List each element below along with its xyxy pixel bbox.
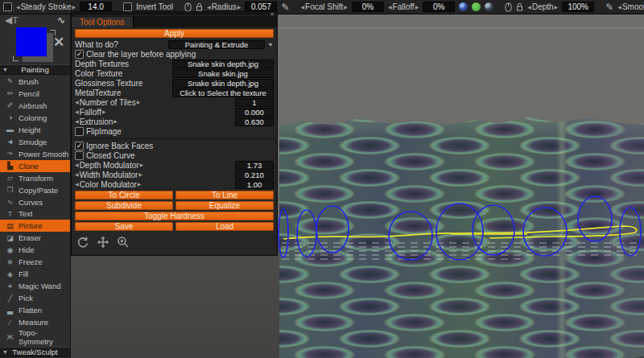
- falloff-spinner[interactable]: ◀ Falloff ▶: [388, 2, 419, 11]
- decrement-arrow-icon[interactable]: ◀: [75, 163, 79, 167]
- move-icon[interactable]: [96, 236, 110, 249]
- increment-arrow-icon[interactable]: ▶: [140, 163, 144, 167]
- decrement-arrow-icon[interactable]: ◀: [75, 172, 79, 177]
- pen-pressure-icon[interactable]: ✎: [281, 2, 289, 12]
- sidebar-item-magic-wand[interactable]: ✶ Magic Wand: [0, 280, 70, 292]
- clear-color-icon[interactable]: ✕: [53, 35, 64, 49]
- curve-control-ellipse[interactable]: [473, 205, 514, 255]
- mouse-icon[interactable]: [505, 2, 512, 12]
- sidebar-item-measure[interactable]: ∕ Measure: [0, 316, 70, 328]
- sidebar-item-power-smooth[interactable]: ✑ Power Smooth: [0, 148, 70, 160]
- sidebar-item-copy-paste[interactable]: ❐ Copy/Paste: [0, 184, 70, 196]
- curve-control-ellipse[interactable]: [436, 204, 483, 260]
- decrement-arrow-icon[interactable]: ◀: [75, 182, 79, 187]
- sidebar-item-height[interactable]: ▬ Height: [0, 124, 70, 136]
- close-icon[interactable]: ✕: [270, 11, 275, 17]
- sidebar-item-smudge[interactable]: ◄ Smudge: [0, 136, 70, 148]
- falloff-flat-icon[interactable]: [472, 2, 481, 11]
- to-circle-button[interactable]: To Circle: [75, 191, 173, 200]
- nav-back-icon[interactable]: ◀T: [5, 14, 19, 27]
- curve-control-ellipse[interactable]: [297, 210, 316, 257]
- decrement-arrow-icon[interactable]: ◀: [75, 119, 79, 124]
- focal-shift-spinner[interactable]: ◀ Focal Shift ▶: [300, 2, 348, 11]
- collapse-triangle-icon[interactable]: ▼: [2, 349, 8, 355]
- sidebar-item-hide[interactable]: ◉ Hide: [0, 244, 70, 256]
- depth-modulator-value[interactable]: 1.73: [235, 161, 274, 170]
- sidebar-item-transform[interactable]: ▱ Transform: [0, 172, 70, 184]
- increment-arrow-icon[interactable]: ▶: [415, 5, 419, 10]
- equalize-button[interactable]: Equalize: [175, 201, 274, 210]
- sidebar-item-eraser[interactable]: ◪ Eraser: [0, 232, 70, 244]
- closed-curve-checkbox[interactable]: ✓: [75, 151, 84, 160]
- to-line-button[interactable]: To Line: [175, 191, 274, 200]
- sidebar-item-picture[interactable]: ▤ Picture: [0, 220, 70, 232]
- primary-color-swatch[interactable]: [16, 27, 47, 56]
- increment-arrow-icon[interactable]: ▶: [138, 172, 142, 177]
- reset-rotation-icon[interactable]: [76, 236, 89, 249]
- sidebar-item-brush[interactable]: ✎ Brush: [0, 76, 70, 88]
- ignore-back-faces-checkbox[interactable]: ✓: [75, 142, 84, 150]
- what-to-do-dropdown[interactable]: Painting & Extrude: [168, 40, 265, 49]
- collapse-triangle-icon[interactable]: ▼: [2, 67, 8, 72]
- smoothing-spinner[interactable]: ◀ Smoothing ▶: [617, 2, 644, 11]
- decrement-arrow-icon[interactable]: ◀: [75, 100, 79, 105]
- swap-colors-icon[interactable]: [13, 56, 19, 61]
- color-modulator-value[interactable]: 1.00: [235, 180, 274, 189]
- increment-arrow-icon[interactable]: ▶: [237, 5, 242, 10]
- decrement-arrow-icon[interactable]: ◀: [207, 5, 211, 10]
- increment-arrow-icon[interactable]: ▶: [138, 182, 142, 187]
- mouse-icon[interactable]: [184, 2, 192, 12]
- falloff-value[interactable]: 0.000: [235, 108, 274, 117]
- color-texture-button[interactable]: Snake skin.jpg: [172, 69, 274, 78]
- extrusion-value[interactable]: 0.630: [235, 117, 274, 126]
- curve-control-ellipse[interactable]: [316, 206, 349, 253]
- sidebar-item-airbrush[interactable]: ✐ Airbrush: [0, 100, 70, 112]
- sidebar-item-curves[interactable]: ∿ Curves: [0, 196, 70, 208]
- steady-stroke-checkbox[interactable]: ✓: [3, 2, 12, 11]
- depth-spinner[interactable]: ◀ Depth ▶: [527, 2, 558, 11]
- save-button[interactable]: Save: [75, 222, 173, 231]
- falloff-sphere-icon[interactable]: [459, 2, 468, 11]
- decrement-arrow-icon[interactable]: ◀: [16, 5, 20, 10]
- focal-shift-value[interactable]: 0%: [352, 2, 384, 12]
- section-header-painting[interactable]: ▼ Painting: [0, 64, 70, 75]
- glossiness-texture-button[interactable]: Snake skin depth.jpg: [172, 79, 274, 88]
- increment-arrow-icon[interactable]: ▶: [344, 5, 348, 10]
- radius-spinner[interactable]: ◀ Radius ▶: [207, 2, 241, 11]
- decrement-arrow-icon[interactable]: ◀: [617, 5, 621, 10]
- increment-arrow-icon[interactable]: ▶: [555, 5, 559, 10]
- lock-icon[interactable]: [516, 2, 523, 11]
- section-header-tweak-sculpt[interactable]: ▼ Tweak/Sculpt: [0, 347, 70, 357]
- sidebar-item-flatten[interactable]: ▃ Flatten: [0, 304, 70, 316]
- decrement-arrow-icon[interactable]: ◀: [75, 109, 79, 114]
- sidebar-item-clone[interactable]: ▙ Clone: [0, 160, 70, 172]
- increment-arrow-icon[interactable]: ▶: [114, 119, 118, 124]
- sidebar-item-fill[interactable]: ◈ Fill: [0, 268, 70, 280]
- lock-icon[interactable]: [196, 2, 203, 11]
- pen-pressure-icon[interactable]: ✎: [605, 2, 613, 12]
- apply-button[interactable]: Apply: [75, 29, 274, 38]
- increment-arrow-icon[interactable]: ▶: [102, 109, 106, 114]
- sidebar-item-pencil[interactable]: ✏ Pencil: [0, 88, 70, 100]
- sidebar-item-freeze[interactable]: ❄ Freeze: [0, 256, 70, 268]
- toggle-hardness-button[interactable]: Toggle Hardness: [75, 212, 274, 220]
- decrement-arrow-icon[interactable]: ◀: [300, 5, 304, 10]
- tab-tool-options[interactable]: Tool Options: [72, 17, 134, 27]
- curve-control-ellipse[interactable]: [620, 208, 641, 256]
- sidebar-item-topo-symmetry[interactable]: Ж Topo-Symmetry: [0, 328, 70, 346]
- steady-stroke-spinner[interactable]: ◀ Steady Stroke ▶: [16, 2, 76, 11]
- subdivide-button[interactable]: Subdivide: [75, 201, 173, 210]
- curve-control-ellipse[interactable]: [578, 196, 612, 241]
- increment-arrow-icon[interactable]: ▶: [137, 100, 141, 105]
- sidebar-item-text[interactable]: T Text: [0, 208, 70, 220]
- spline-curve[interactable]: [283, 226, 637, 239]
- load-button[interactable]: Load: [175, 222, 274, 231]
- zoom-icon[interactable]: [117, 236, 130, 249]
- falloff-curve-icon[interactable]: [485, 2, 493, 11]
- decrement-arrow-icon[interactable]: ◀: [527, 5, 531, 10]
- metal-texture-button[interactable]: Click to Select the texture: [172, 88, 274, 97]
- depth-value[interactable]: 100%: [562, 2, 594, 12]
- sidebar-item-pick[interactable]: ╱ Pick: [0, 292, 70, 304]
- flip-image-checkbox[interactable]: ✓: [75, 127, 84, 136]
- falloff-value[interactable]: 0%: [423, 2, 455, 12]
